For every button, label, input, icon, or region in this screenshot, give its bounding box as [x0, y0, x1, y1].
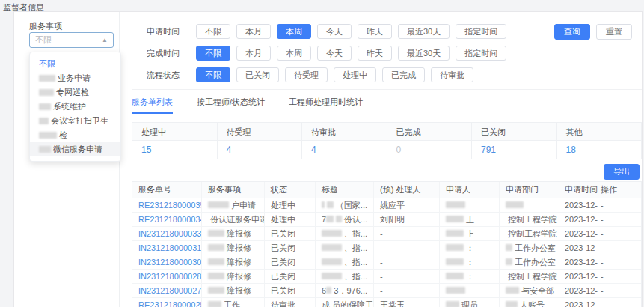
table-header-cell: 操作: [598, 182, 640, 198]
filter-option[interactable]: 处理中: [334, 67, 376, 82]
table-cell: 已关闭: [264, 241, 315, 255]
left-panel: 服务事项 不限 ▲ 不限业务申请专网巡检系统维护会议室打扫卫生检微信服务申请: [14, 12, 120, 307]
redacted-text: [446, 258, 464, 265]
filter-option[interactable]: 昨天: [358, 46, 392, 61]
filter-option[interactable]: 本周: [277, 24, 311, 39]
filter-option[interactable]: 昨天: [358, 24, 392, 39]
redacted-text: [39, 103, 51, 110]
redacted-text: [446, 273, 464, 279]
table-header-cell: 服务事项: [201, 182, 264, 198]
service-item-label: 服务事项: [29, 21, 62, 32]
service-id-link[interactable]: IN231218000027: [132, 284, 201, 297]
table-cell: 障报修: [201, 255, 264, 269]
filter-label: 申请时间: [147, 26, 185, 37]
filter-option[interactable]: 本月: [236, 46, 271, 61]
tab-0[interactable]: 服务单列表: [132, 97, 173, 114]
table-cell: 控制工程学院: [499, 213, 562, 226]
table-cell: 、指...: [315, 241, 373, 255]
dropdown-item-0[interactable]: 不限: [30, 57, 120, 71]
cell-text: 工作办公室: [515, 257, 556, 268]
filter-option[interactable]: 最近30天: [398, 24, 450, 39]
table-cell: 工作: [201, 298, 264, 307]
table-cell: 控制工程学院: [499, 270, 562, 283]
summary-value[interactable]: 18: [557, 141, 642, 159]
cell-text: 障报修: [227, 257, 251, 268]
filter-option[interactable]: 最近30天: [398, 46, 450, 61]
redacted-text: [322, 258, 342, 265]
cell-text: （国家...: [336, 200, 367, 211]
summary-value[interactable]: 791: [472, 141, 556, 159]
dropdown-item-label: 系统维护: [53, 102, 86, 111]
table-cell: 成员的保障工作: [315, 298, 373, 307]
summary-value[interactable]: 15: [132, 141, 217, 159]
redacted-text: [322, 201, 325, 208]
cell-text: 障报修: [227, 243, 251, 254]
table-cell: 障报修: [201, 227, 264, 240]
filter-option[interactable]: 不限: [196, 24, 230, 39]
service-id-link[interactable]: RE231218000034: [132, 213, 201, 226]
filter-option[interactable]: 指定时间: [456, 24, 506, 39]
filter-option[interactable]: 已关闭: [236, 67, 279, 82]
service-id-link[interactable]: IN231218000030: [132, 255, 201, 269]
dropdown-item-3[interactable]: 系统维护: [30, 100, 120, 114]
cell-text: ：: [466, 243, 474, 254]
service-id-link[interactable]: RE231218000035: [132, 198, 201, 212]
dropdown-item-6[interactable]: 微信服务申请: [30, 142, 120, 156]
table-row: IN231218000028障报修已关闭、指...-：控制工程学院2023-12…: [132, 270, 641, 284]
cell-text: 工作办公室: [515, 243, 556, 254]
tab-bar: 服务单列表按工程师/状态统计工程师处理用时统计: [132, 90, 642, 114]
service-id-link[interactable]: IN231218000033: [132, 227, 201, 240]
filter-option[interactable]: 今天: [317, 24, 352, 39]
tab-2[interactable]: 工程师处理用时统计: [289, 97, 363, 114]
summary-label: 已完成: [387, 123, 472, 141]
table-cell: 已关闭: [264, 255, 315, 269]
service-id-link[interactable]: IN231218000031: [132, 241, 201, 255]
summary-column-2: 待审批4: [301, 123, 387, 159]
summary-column-5: 其他18: [556, 123, 642, 159]
redacted-text: [322, 273, 342, 279]
table-cell: 待审批: [264, 298, 315, 307]
filter-option[interactable]: 待审批: [431, 67, 473, 82]
service-id-link[interactable]: RE231218000025: [132, 298, 201, 307]
dropdown-item-2[interactable]: 专网巡检: [30, 85, 120, 100]
table-cell: -: [598, 270, 640, 283]
filter-option[interactable]: 今天: [317, 46, 352, 61]
filter-option[interactable]: 本周: [277, 46, 311, 61]
dropdown-item-1[interactable]: 业务申请: [30, 71, 120, 85]
dropdown-item-4[interactable]: 会议室打扫卫生: [30, 114, 120, 128]
select-placeholder: 不限: [35, 34, 52, 46]
filter-rows: 申请时间不限本月本周今天昨天最近30天指定时间完成时间不限本月本周今天昨天最近3…: [120, 12, 642, 82]
filter-option[interactable]: 已完成: [382, 67, 425, 82]
table-cell: [439, 198, 499, 212]
service-item-select[interactable]: 不限 ▲: [29, 32, 114, 48]
filter-label: 完成时间: [147, 48, 185, 59]
redacted-text: [506, 258, 512, 265]
redacted-text: [446, 201, 465, 208]
table-cell: 理员: [439, 298, 499, 307]
filter-option[interactable]: 不限: [196, 67, 230, 82]
cell-text: 、指...: [344, 243, 367, 254]
table-cell: 63，976...: [315, 284, 373, 297]
tab-1[interactable]: 按工程师/状态统计: [197, 97, 265, 114]
reset-button[interactable]: 重置: [596, 24, 632, 40]
filter-option[interactable]: 不限: [196, 46, 230, 61]
cell-text: 理员: [461, 300, 478, 307]
filter-option[interactable]: 本月: [236, 24, 271, 39]
summary-column-0: 处理中15: [132, 123, 217, 159]
summary-value[interactable]: 4: [218, 141, 302, 159]
redacted-text: [208, 287, 224, 294]
summary-label: 已关闭: [472, 123, 556, 141]
table-cell: 王棠玉: [373, 298, 439, 307]
filter-option[interactable]: 待受理: [285, 67, 328, 82]
service-id-link[interactable]: IN231218000028: [132, 270, 201, 283]
table-cell: -: [598, 255, 640, 269]
summary-value[interactable]: 4: [302, 141, 387, 159]
service-item-dropdown: 不限业务申请专网巡检系统维护会议室打扫卫生检微信服务申请: [29, 52, 121, 162]
redacted-text: [322, 244, 342, 251]
dropdown-item-5[interactable]: 检: [30, 128, 120, 142]
table-cell: 7份认...: [315, 213, 373, 226]
filter-option[interactable]: 指定时间: [456, 46, 506, 61]
export-button[interactable]: 导出: [604, 164, 640, 180]
search-button[interactable]: 查询: [554, 24, 590, 40]
redacted-text: [208, 230, 224, 237]
